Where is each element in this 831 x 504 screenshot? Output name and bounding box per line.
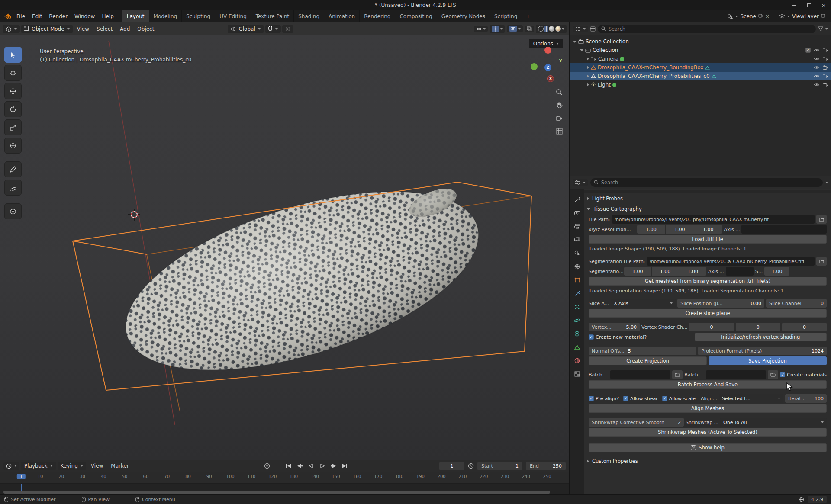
tab-tool[interactable] [571, 194, 583, 205]
current-frame-marker[interactable]: 1 [17, 474, 26, 479]
axis-input[interactable] [741, 225, 827, 234]
iterations-field[interactable]: Iterat... 100 [785, 394, 827, 403]
maximize-button[interactable] [802, 0, 816, 10]
scale-tool[interactable] [4, 119, 22, 135]
batch1-input[interactable] [610, 370, 671, 379]
viewport-menu-object[interactable]: Object [134, 25, 157, 33]
disclosure-icon[interactable] [587, 74, 589, 78]
properties-search[interactable] [590, 178, 823, 187]
panel-light-probes[interactable]: Light Probes [587, 194, 828, 203]
create-slice-plane-button[interactable]: Create slice plane [589, 309, 827, 318]
workspace-tab-shading[interactable]: Shading [294, 10, 324, 22]
outliner-editor-type-button[interactable] [573, 26, 588, 32]
disable-render-camera-icon[interactable] [823, 74, 828, 78]
new-viewlayer-icon[interactable] [821, 14, 826, 19]
allow-scale-checkbox[interactable] [662, 396, 667, 401]
timeline-scrollbar[interactable] [3, 491, 550, 494]
tab-material[interactable] [571, 355, 583, 366]
create-projection-button[interactable]: Create Projection [589, 356, 707, 365]
get-mesh-button[interactable]: Get mesh(es) from binary segmentation .t… [589, 277, 827, 286]
outliner-row-camera[interactable]: Camera [570, 55, 831, 63]
workspace-tab-scripting[interactable]: Scripting [490, 10, 522, 22]
batch1-browse-button[interactable] [672, 370, 683, 379]
viewport-menu-view[interactable]: View [74, 25, 92, 33]
overlays-dropdown[interactable] [507, 25, 523, 32]
projection-format-field[interactable]: Projection Format (Pixels) 1024 [698, 347, 827, 355]
workspace-tab-animation[interactable]: Animation [324, 10, 360, 22]
workspace-tab-uv-editing[interactable]: UV Editing [215, 10, 251, 22]
disclosure-icon[interactable] [587, 83, 589, 87]
panel-custom-properties[interactable]: Custom Properties [587, 456, 828, 466]
panel-tissue-cartography[interactable]: Tissue Cartography [587, 204, 828, 214]
shading-rendered-button[interactable] [555, 26, 561, 32]
camera-view-button[interactable] [554, 112, 565, 124]
outliner-row-scene-collection[interactable]: Scene Collection [570, 37, 831, 46]
tab-texture[interactable] [571, 369, 583, 379]
load-tiff-button[interactable]: Load .tiff file [589, 235, 827, 244]
close-button[interactable]: × [816, 0, 831, 10]
start-frame-field[interactable]: Start1 [477, 462, 522, 470]
viewlayer-selector[interactable]: ViewLayer [777, 13, 828, 20]
playback-menu[interactable]: Playback [21, 462, 56, 470]
annotate-tool[interactable] [4, 161, 22, 177]
menu-file[interactable]: File [13, 12, 29, 21]
batch2-browse-button[interactable] [768, 370, 778, 379]
slice-channel-field[interactable]: Slice Channel 0 [766, 299, 827, 308]
tab-output[interactable] [571, 221, 583, 231]
scene-selector[interactable]: Scene × [725, 13, 771, 20]
hide-eye-icon[interactable] [814, 48, 820, 52]
tab-scene[interactable] [571, 248, 583, 258]
viewport-menu-add[interactable]: Add [117, 25, 133, 33]
shrinkwrap-smooth-field[interactable]: Shrinkwrap Corrective Smooth 2 [589, 418, 684, 427]
tab-view-layer[interactable] [571, 234, 583, 245]
properties-editor-type-button[interactable] [573, 179, 588, 186]
hide-eye-icon[interactable] [814, 74, 820, 78]
file-path-field[interactable]: /home/bruno/Dropbox/Events/20...phy/Dros… [612, 215, 815, 224]
workspace-tab-geometry-nodes[interactable]: Geometry Nodes [437, 10, 490, 22]
outliner-display-mode-icon[interactable] [590, 26, 596, 32]
jump-to-end-button[interactable] [340, 462, 350, 470]
shrinkwrap-dropdown[interactable]: One-To-All [720, 418, 827, 427]
editor-type-button[interactable] [3, 25, 20, 33]
properties-search-input[interactable] [601, 180, 819, 186]
gizmo-x-axis-ball[interactable]: X [547, 75, 554, 82]
cursor-tool[interactable] [4, 65, 22, 81]
end-frame-field[interactable]: End250 [526, 462, 566, 470]
outliner-row-boundingbox[interactable]: Drosophila_CAAX-mCherry_BoundingBox [570, 63, 831, 72]
shading-wireframe-button[interactable] [538, 26, 544, 32]
preview-range-clock-icon[interactable] [468, 463, 474, 469]
vertex-field[interactable]: Vertex... 5.00 [589, 323, 640, 331]
blender-logo-icon[interactable] [3, 13, 11, 19]
add-workspace-button[interactable]: + [522, 10, 534, 22]
show-help-button[interactable]: Show help [589, 443, 827, 452]
select-box-tool[interactable] [4, 47, 22, 63]
toggle-ortho-button[interactable] [554, 125, 565, 137]
seg-browse-button[interactable] [816, 257, 827, 266]
next-keyframe-button[interactable] [329, 462, 339, 470]
play-reverse-button[interactable] [306, 462, 316, 470]
unlink-scene-icon[interactable]: × [765, 13, 770, 19]
seg-resolution-y-field[interactable]: 1.00 [652, 267, 679, 276]
new-scene-icon[interactable] [758, 14, 763, 19]
collection-checkbox[interactable] [805, 48, 811, 53]
outliner-search-input[interactable] [609, 26, 812, 32]
timeline-tracks[interactable] [0, 484, 569, 494]
auto-keyframe-toggle[interactable] [264, 462, 271, 469]
vertex-shader-field-0[interactable]: 0 [689, 323, 734, 331]
outliner-row-probabilities[interactable]: Drosophila_CAAX-mCherry_Probabilities_c0 [570, 72, 831, 80]
3d-viewport[interactable]: User Perspective (1) Collection | Drosop… [0, 35, 569, 460]
keying-menu[interactable]: Keying [58, 462, 86, 470]
resolution-z-field[interactable]: 1.00 [694, 225, 722, 234]
mode-dropdown[interactable]: Object Mode [21, 25, 73, 33]
outliner-row-collection[interactable]: Collection [570, 46, 831, 55]
hide-eye-icon[interactable] [814, 57, 820, 61]
workspace-tab-modeling[interactable]: Modeling [149, 10, 182, 22]
disclosure-icon[interactable] [573, 41, 577, 43]
align-meshes-button[interactable]: Align Meshes [589, 404, 827, 413]
gizmo-axis-ball[interactable] [544, 47, 551, 54]
resolution-x-field[interactable]: 1.00 [637, 225, 665, 234]
tab-constraints[interactable] [571, 328, 583, 339]
filter-funnel-icon[interactable] [818, 26, 823, 31]
timeline-marker-menu[interactable]: Marker [108, 462, 132, 470]
tab-physics[interactable] [571, 315, 583, 325]
